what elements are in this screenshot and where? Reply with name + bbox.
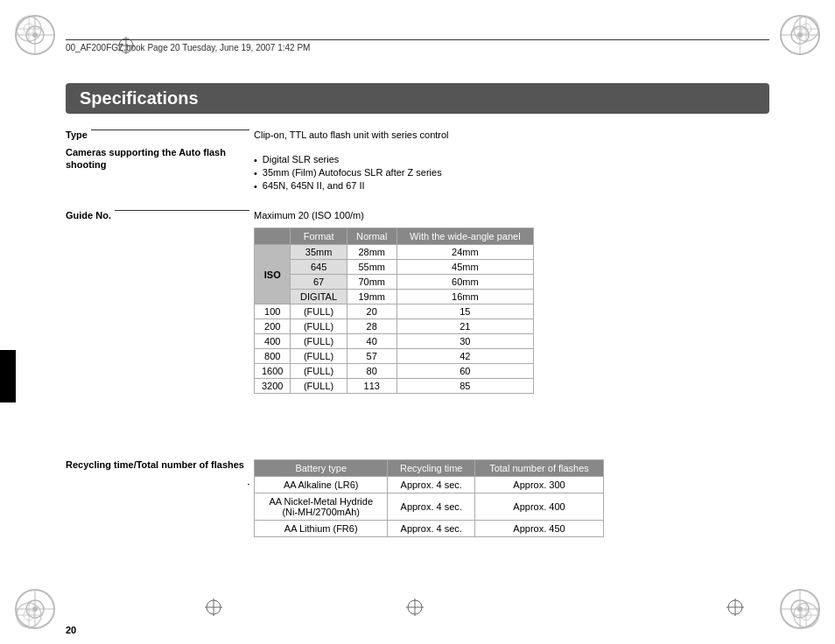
iso-data-row: 3200(FULL)11385 — [255, 379, 534, 394]
cameras-section: • Digital SLR series • 35mm (Film) Autof… — [254, 154, 769, 192]
bullet-2: • 35mm (Film) Autofocus SLR after Z seri… — [254, 167, 769, 178]
iso-header-row: 64555mm45mm — [255, 260, 534, 275]
battery-type-cell: AA Alkaline (LR6) — [255, 477, 388, 494]
bullet-dot-2: • — [254, 168, 257, 178]
iso-value-cell: 100 — [255, 304, 291, 319]
battery-recycling-cell: Approx. 4 sec. — [388, 521, 475, 537]
crosshair-bottom-r — [723, 595, 747, 622]
title-banner: Specifications — [66, 83, 769, 114]
iso-normal-data-cell: 40 — [347, 334, 396, 349]
bullet-text-1: Digital SLR series — [263, 154, 339, 164]
iso-normal-data-cell: 113 — [347, 379, 396, 394]
content-area: Type Clip-on, TTL auto flash unit with s… — [66, 127, 769, 574]
type-value: Clip-on, TTL auto flash unit with series… — [254, 130, 769, 140]
guide-line — [115, 210, 249, 211]
iso-header-row: ISO35mm28mm24mm — [255, 245, 534, 260]
iso-wide-data-cell: 30 — [396, 334, 533, 349]
iso-normal-data-cell: 28 — [347, 319, 396, 334]
iso-format-cell: 35mm — [291, 245, 347, 260]
deco-circle-bl — [13, 587, 57, 631]
iso-value-cell: 3200 — [255, 379, 291, 394]
iso-tbody: ISO35mm28mm24mm64555mm45mm6770mm60mmDIGI… — [255, 245, 534, 394]
cameras-label-col: Cameras supporting the Auto flash shooti… — [66, 146, 249, 175]
iso-normal-data-cell: 57 — [347, 349, 396, 364]
page-title: Specifications — [80, 88, 199, 108]
right-col: Clip-on, TTL auto flash unit with series… — [254, 127, 769, 206]
iso-value-cell: 1600 — [255, 364, 291, 379]
guide-label-row: Guide No. — [66, 210, 249, 220]
guide-label: Guide No. — [66, 210, 111, 220]
iso-wide-data-cell: 21 — [396, 319, 533, 334]
bullet-3: • 645N, 645N II, and 67 II — [254, 180, 769, 192]
guide-value: Maximum 20 (ISO 100/m) — [254, 210, 769, 220]
battery-row: AA Nickel-Metal Hydride(Ni-MH/2700mAh)Ap… — [255, 494, 604, 521]
guide-label-col: Guide No. — [66, 210, 249, 226]
battery-th-recycling: Recycling time — [388, 460, 475, 477]
iso-wide-data-cell: 42 — [396, 349, 533, 364]
iso-wide-cell: 16mm — [396, 290, 533, 304]
side-tab — [0, 350, 16, 402]
battery-flashes-cell: Approx. 300 — [474, 477, 603, 494]
bullet-1: • Digital SLR series — [254, 154, 769, 165]
iso-normal-cell: 28mm — [347, 245, 396, 260]
iso-wide-cell: 45mm — [396, 260, 533, 275]
iso-format-data-cell: (FULL) — [291, 364, 347, 379]
iso-normal-cell: 55mm — [347, 260, 396, 275]
cameras-label: Cameras supporting the Auto flash shooti… — [66, 146, 246, 172]
battery-recycling-cell: Approx. 4 sec. — [388, 494, 475, 521]
iso-value-cell: 800 — [255, 349, 291, 364]
iso-wide-cell: 60mm — [396, 275, 533, 290]
guide-right: Maximum 20 (ISO 100/m) Format Normal Wit… — [254, 207, 769, 394]
battery-tbody: AA Alkaline (LR6)Approx. 4 sec.Approx. 3… — [255, 477, 604, 537]
type-label-row: Type — [66, 130, 249, 140]
battery-th-type: Battery type — [255, 460, 388, 477]
iso-th-format: Format — [291, 228, 347, 245]
iso-label-cell: ISO — [255, 245, 291, 304]
type-line — [91, 130, 249, 130]
battery-section: Battery type Recycling time Total number… — [254, 459, 769, 537]
iso-format-data-cell: (FULL) — [291, 379, 347, 394]
iso-format-data-cell: (FULL) — [291, 334, 347, 349]
page-number: 20 — [66, 625, 76, 635]
iso-format-data-cell: (FULL) — [291, 349, 347, 364]
type-label: Type — [66, 130, 88, 140]
iso-data-row: 100(FULL)2015 — [255, 304, 534, 319]
bullet-dot-3: • — [254, 181, 257, 192]
iso-value-cell: 200 — [255, 319, 291, 334]
crosshair-bottom-m — [403, 595, 427, 622]
crosshair-bottom-l — [201, 595, 226, 622]
iso-normal-cell: 70mm — [347, 275, 396, 290]
deco-circle-tr — [778, 13, 822, 57]
deco-circle-tl — [13, 13, 57, 57]
deco-circle-br — [778, 587, 822, 631]
iso-value-cell: 400 — [255, 334, 291, 349]
iso-wide-cell: 24mm — [396, 245, 533, 260]
iso-th-wide: With the wide-angle panel — [396, 228, 533, 245]
iso-format-data-cell: (FULL) — [291, 319, 347, 334]
iso-wide-data-cell: 15 — [396, 304, 533, 319]
iso-wide-data-cell: 85 — [396, 379, 533, 394]
iso-format-cell: DIGITAL — [291, 290, 347, 304]
recycling-label-text: Recycling time/Total number of flashes — [66, 459, 244, 470]
iso-normal-data-cell: 20 — [347, 304, 396, 319]
iso-wide-data-cell: 60 — [396, 364, 533, 379]
bullet-text-3: 645N, 645N II, and 67 II — [263, 180, 365, 191]
battery-th-flashes: Total number of flashes — [474, 460, 603, 477]
header-bar: 00_AF200FGZ.book Page 20 Tuesday, June 1… — [66, 39, 769, 52]
recycling-line — [248, 484, 249, 485]
battery-recycling-cell: Approx. 4 sec. — [388, 477, 475, 494]
battery-row: AA Lithium (FR6)Approx. 4 sec.Approx. 45… — [255, 521, 604, 537]
battery-type-cell: AA Lithium (FR6) — [255, 521, 388, 537]
battery-type-cell: AA Nickel-Metal Hydride(Ni-MH/2700mAh) — [255, 494, 388, 521]
bullet-dot-1: • — [254, 155, 257, 165]
iso-format-cell: 67 — [291, 275, 347, 290]
iso-header-row: DIGITAL19mm16mm — [255, 290, 534, 304]
iso-data-row: 200(FULL)2821 — [255, 319, 534, 334]
iso-header-row: 6770mm60mm — [255, 275, 534, 290]
iso-normal-data-cell: 80 — [347, 364, 396, 379]
battery-row: AA Alkaline (LR6)Approx. 4 sec.Approx. 3… — [255, 477, 604, 494]
iso-th-normal: Normal — [347, 228, 396, 245]
iso-format-cell: 645 — [291, 260, 347, 275]
iso-th-empty — [255, 228, 291, 245]
iso-normal-cell: 19mm — [347, 290, 396, 304]
